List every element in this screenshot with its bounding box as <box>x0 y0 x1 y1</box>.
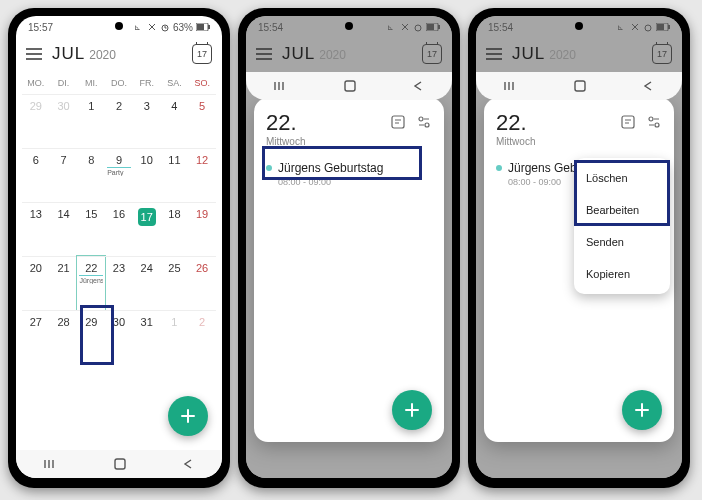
svg-rect-18 <box>657 24 664 30</box>
nav-home-icon[interactable] <box>113 457 127 471</box>
calendar-day[interactable]: 24 <box>133 256 161 310</box>
calendar-day[interactable]: 13 <box>22 202 50 256</box>
day-number: 15 <box>85 208 97 220</box>
calendar-day[interactable]: 6 <box>22 148 50 202</box>
calendar-day[interactable]: 22Jürgens Ge <box>77 256 105 310</box>
calendar-day[interactable]: 19 <box>188 202 216 256</box>
note-icon[interactable] <box>620 114 636 130</box>
calendar-day[interactable]: 17 <box>133 202 161 256</box>
calendar-day[interactable]: 27 <box>22 310 50 364</box>
menu-icon[interactable] <box>486 48 502 60</box>
calendar-day[interactable]: 8 <box>77 148 105 202</box>
day-number: 1 <box>171 316 177 328</box>
calendar-day[interactable]: 31 <box>133 310 161 364</box>
month-label: JUL <box>512 44 545 64</box>
calendar-day[interactable]: 16 <box>105 202 133 256</box>
calendar-day[interactable]: 2 <box>188 310 216 364</box>
nfc-icon: ⊾ <box>387 22 397 32</box>
day-number: 2 <box>199 316 205 328</box>
svg-rect-3 <box>197 24 204 30</box>
day-number: 18 <box>168 208 180 220</box>
calendar-day[interactable]: 28 <box>50 310 78 364</box>
weekday-label: DI. <box>50 78 78 94</box>
svg-text:⊾: ⊾ <box>387 23 394 32</box>
day-number: 26 <box>196 262 208 274</box>
weekday-row: MO.DI.MI.DO.FR.SA.SO. <box>16 78 222 94</box>
context-menu-item[interactable]: Löschen <box>574 162 670 194</box>
phone-frame: 15:54 ⊾ JUL 2020 17 22. Mittwoch <box>468 8 690 488</box>
sheet-weekday: Mittwoch <box>496 136 535 147</box>
add-event-fab[interactable] <box>392 390 432 430</box>
nav-bar <box>16 450 222 478</box>
settings-icon[interactable] <box>646 114 662 130</box>
day-number: 5 <box>199 100 205 112</box>
calendar-day[interactable]: 7 <box>50 148 78 202</box>
svg-text:⊾: ⊾ <box>617 23 624 32</box>
event-dot-icon <box>266 165 272 171</box>
calendar-day[interactable]: 12 <box>188 148 216 202</box>
context-menu-item[interactable]: Bearbeiten <box>574 194 670 226</box>
calendar-day[interactable]: 5 <box>188 94 216 148</box>
month-label[interactable]: JUL <box>52 44 85 64</box>
add-event-fab[interactable] <box>622 390 662 430</box>
context-menu-item[interactable]: Senden <box>574 226 670 258</box>
add-event-fab[interactable] <box>168 396 208 436</box>
calendar-day[interactable]: 25 <box>161 256 189 310</box>
status-time: 15:54 <box>258 22 283 33</box>
nav-recent-icon[interactable] <box>273 80 289 92</box>
app-bar: JUL 2020 17 <box>476 38 682 72</box>
nav-back-icon[interactable] <box>181 458 195 470</box>
today-button[interactable]: 17 <box>422 44 442 64</box>
calendar-day[interactable]: 26 <box>188 256 216 310</box>
calendar-day[interactable]: 15 <box>77 202 105 256</box>
nav-recent-icon[interactable] <box>43 458 59 470</box>
nav-back-icon[interactable] <box>411 80 425 92</box>
calendar-day[interactable]: 29 <box>22 94 50 148</box>
svg-text:⊾: ⊾ <box>134 23 141 32</box>
nav-home-icon[interactable] <box>343 79 357 93</box>
calendar-day[interactable]: 14 <box>50 202 78 256</box>
camera-punch-hole <box>115 22 123 30</box>
today-button[interactable]: 17 <box>652 44 672 64</box>
day-number: 10 <box>141 154 153 166</box>
nav-home-icon[interactable] <box>573 79 587 93</box>
vibrate-icon <box>630 22 640 32</box>
calendar-day[interactable]: 20 <box>22 256 50 310</box>
today-button[interactable]: 17 <box>192 44 212 64</box>
menu-icon[interactable] <box>256 48 272 60</box>
day-number: 8 <box>88 154 94 166</box>
calendar-day[interactable]: 18 <box>161 202 189 256</box>
calendar-day[interactable]: 23 <box>105 256 133 310</box>
day-number: 4 <box>171 100 177 112</box>
day-number: 30 <box>57 100 69 112</box>
calendar-day[interactable]: 9Party <box>105 148 133 202</box>
nav-recent-icon[interactable] <box>503 80 519 92</box>
menu-icon[interactable] <box>26 48 42 60</box>
calendar-day[interactable]: 21 <box>50 256 78 310</box>
context-menu: LöschenBearbeitenSendenKopieren <box>574 158 670 294</box>
calendar-day[interactable]: 30 <box>50 94 78 148</box>
note-icon[interactable] <box>390 114 406 130</box>
context-menu-item[interactable]: Kopieren <box>574 258 670 290</box>
event-row[interactable]: Jürgens Geburtstag 08:00 - 09:00 <box>266 161 432 187</box>
calendar-day[interactable]: 1 <box>161 310 189 364</box>
year-label[interactable]: 2020 <box>89 48 116 64</box>
calendar-day[interactable]: 30 <box>105 310 133 364</box>
status-time: 15:54 <box>488 22 513 33</box>
calendar-day[interactable]: 1 <box>77 94 105 148</box>
day-event-chip: Jürgens Ge <box>79 275 103 284</box>
camera-punch-hole <box>575 22 583 30</box>
calendar-day[interactable]: 2 <box>105 94 133 148</box>
weekday-label: DO. <box>105 78 133 94</box>
calendar-day[interactable]: 4 <box>161 94 189 148</box>
event-dot-icon <box>496 165 502 171</box>
calendar-day[interactable]: 11 <box>161 148 189 202</box>
calendar-day[interactable]: 10 <box>133 148 161 202</box>
calendar-day[interactable]: 3 <box>133 94 161 148</box>
sheet-day-number: 22. <box>496 110 535 136</box>
day-number: 28 <box>57 316 69 328</box>
settings-icon[interactable] <box>416 114 432 130</box>
nav-back-icon[interactable] <box>641 80 655 92</box>
calendar-day[interactable]: 29 <box>77 310 105 364</box>
event-time: 08:00 - 09:00 <box>278 177 383 187</box>
